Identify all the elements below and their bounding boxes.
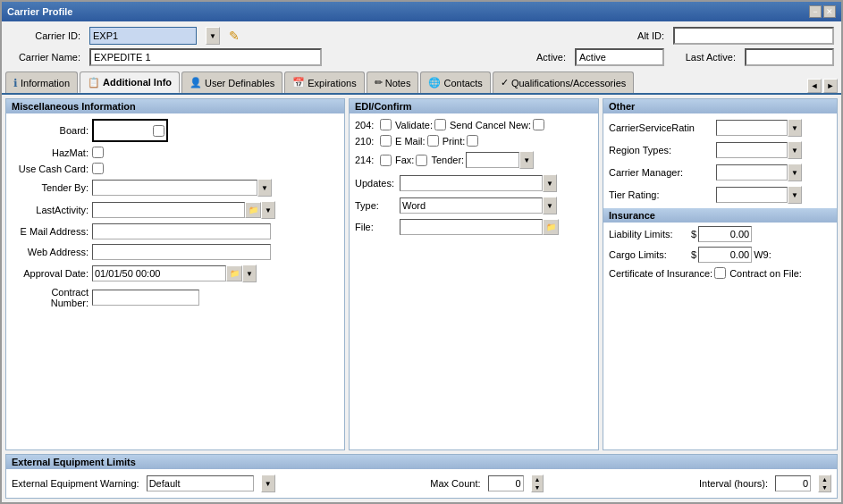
additional-info-icon: 📋	[88, 77, 100, 88]
tier-rating-input[interactable]	[716, 187, 788, 203]
carrier-service-rating-dropdown[interactable]: ▼	[788, 119, 802, 137]
cargo-limits-input[interactable]	[698, 247, 752, 263]
edit-icon[interactable]: ✎	[229, 29, 240, 43]
carrier-id-dropdown[interactable]: ▼	[206, 27, 220, 45]
hazmat-checkbox[interactable]	[92, 147, 104, 158]
interval-down[interactable]: ▼	[819, 483, 830, 491]
close-button[interactable]: ✕	[823, 5, 836, 18]
email-row: E Mail Address:	[12, 223, 339, 239]
tabs-bar: ℹ Information 📋 Additional Info 👤 User D…	[2, 71, 841, 95]
interval-spinner[interactable]: ▲ ▼	[818, 475, 831, 492]
tab-contacts-label: Contacts	[443, 78, 482, 88]
contract-number-row: Contract Number:	[12, 287, 339, 308]
max-count-spinner[interactable]: ▲ ▼	[531, 475, 544, 492]
last-activity-dropdown[interactable]: ▼	[261, 201, 275, 219]
tab-information[interactable]: ℹ Information	[5, 71, 78, 93]
carrier-name-label: Carrier Name:	[9, 52, 80, 63]
minimize-button[interactable]: −	[809, 5, 822, 18]
cargo-limits-label: Cargo Limits:	[609, 249, 689, 260]
email-edi-checkbox[interactable]	[427, 135, 439, 147]
contract-number-input[interactable]	[92, 290, 199, 306]
bottom-panel: External Equipment Limits External Equip…	[5, 454, 838, 499]
edi-210-checkbox[interactable]	[380, 135, 392, 147]
carrier-manager-dropdown[interactable]: ▼	[788, 164, 802, 181]
approval-date-calendar-btn[interactable]: 📁	[226, 265, 242, 281]
validate-checkbox[interactable]	[434, 119, 446, 130]
certificate-checkbox[interactable]	[714, 267, 726, 279]
tender-by-input[interactable]	[92, 180, 257, 196]
carrier-service-rating-input[interactable]	[716, 120, 788, 136]
board-input[interactable]	[96, 122, 149, 139]
bottom-panel-header: External Equipment Limits	[6, 455, 837, 469]
file-browse-btn[interactable]: 📁	[543, 219, 559, 235]
cash-card-checkbox[interactable]	[92, 163, 104, 174]
max-count-down[interactable]: ▼	[532, 483, 544, 491]
tab-qualifications[interactable]: ✓ Qualifications/Accessories	[493, 71, 634, 93]
edi-panel-body: 204: Validate: Send Cancel New: 210: E M…	[350, 113, 598, 449]
last-active-input[interactable]	[745, 48, 834, 66]
tab-prev-button[interactable]: ◄	[807, 79, 822, 93]
cargo-currency: $	[689, 249, 698, 260]
region-types-row: Region Types: ▼	[609, 141, 831, 159]
updates-dropdown[interactable]: ▼	[543, 174, 557, 192]
tender-edi-dropdown[interactable]: ▼	[519, 151, 534, 169]
print-checkbox[interactable]	[467, 135, 478, 147]
edi-214-checkbox[interactable]	[380, 155, 392, 166]
carrier-id-input[interactable]	[89, 27, 197, 45]
tab-notes[interactable]: ✏ Notes	[367, 71, 419, 93]
web-input[interactable]	[92, 244, 271, 260]
region-types-dropdown[interactable]: ▼	[788, 141, 802, 159]
tab-information-label: Information	[21, 78, 70, 88]
board-checkbox[interactable]	[153, 125, 164, 137]
active-input[interactable]	[575, 48, 664, 66]
carrier-name-input[interactable]	[89, 48, 322, 66]
carrier-name-row: Carrier Name: Active: Last Active:	[9, 48, 834, 66]
contacts-icon: 🌐	[428, 77, 441, 88]
max-count-up[interactable]: ▲	[532, 475, 544, 483]
external-warning-input[interactable]	[147, 475, 254, 491]
interval-up[interactable]: ▲	[819, 475, 830, 483]
email-input[interactable]	[92, 223, 271, 239]
file-input[interactable]	[400, 219, 543, 235]
carrier-manager-input[interactable]	[716, 164, 788, 181]
misc-panel-body: Board: HazMat: Use Cash Card:	[6, 113, 344, 449]
tab-additional-info[interactable]: 📋 Additional Info	[80, 71, 180, 93]
last-activity-row: LastActivity: 📁 ▼	[12, 201, 339, 219]
tab-user-definables[interactable]: 👤 User Definables	[181, 71, 282, 93]
tender-by-dropdown[interactable]: ▼	[257, 179, 272, 197]
updates-label: Updates:	[355, 178, 400, 189]
liability-limits-input[interactable]	[698, 226, 752, 242]
tier-rating-dropdown[interactable]: ▼	[788, 186, 802, 204]
send-cancel-new-label: Send Cancel New:	[450, 120, 531, 130]
approval-date-dropdown[interactable]: ▼	[242, 265, 257, 282]
tab-contacts[interactable]: 🌐 Contacts	[420, 71, 490, 93]
tender-edi-input[interactable]	[466, 152, 519, 168]
bottom-panel-body: External Equipment Warning: ▼ Max Count:…	[6, 469, 837, 498]
carrier-id-label: Carrier ID:	[9, 30, 80, 41]
edi-214-label: 214:	[355, 155, 380, 165]
last-activity-calendar-btn[interactable]: 📁	[245, 202, 261, 218]
board-input-group	[92, 119, 168, 142]
edi-204-checkbox[interactable]	[380, 119, 392, 130]
external-warning-dropdown[interactable]: ▼	[261, 475, 275, 492]
max-count-input[interactable]	[488, 475, 524, 491]
tab-expirations[interactable]: 📅 Expirations	[284, 71, 364, 93]
cargo-limits-row: Cargo Limits: $ W9:	[609, 247, 831, 263]
type-dropdown[interactable]: ▼	[543, 197, 557, 214]
tab-navigation: ◄ ►	[807, 79, 838, 93]
approval-date-input[interactable]	[92, 265, 226, 281]
type-input[interactable]	[400, 197, 543, 214]
interval-input[interactable]	[775, 475, 811, 491]
tab-next-button[interactable]: ►	[823, 79, 838, 93]
carrier-id-row: Carrier ID: ▼ ✎ Alt ID:	[9, 27, 834, 45]
last-activity-input[interactable]	[92, 202, 245, 218]
alt-id-label: Alt ID:	[593, 30, 664, 41]
fax-checkbox[interactable]	[416, 155, 427, 166]
panels-row: Miscellaneous Information Board: HazMat:	[5, 98, 838, 450]
alt-id-input[interactable]	[673, 27, 834, 45]
last-activity-label: LastActivity:	[12, 205, 92, 215]
updates-input[interactable]	[400, 175, 543, 191]
send-cancel-new-checkbox[interactable]	[533, 119, 544, 130]
tender-by-label: Tender By:	[12, 182, 92, 193]
region-types-input[interactable]	[716, 142, 788, 158]
